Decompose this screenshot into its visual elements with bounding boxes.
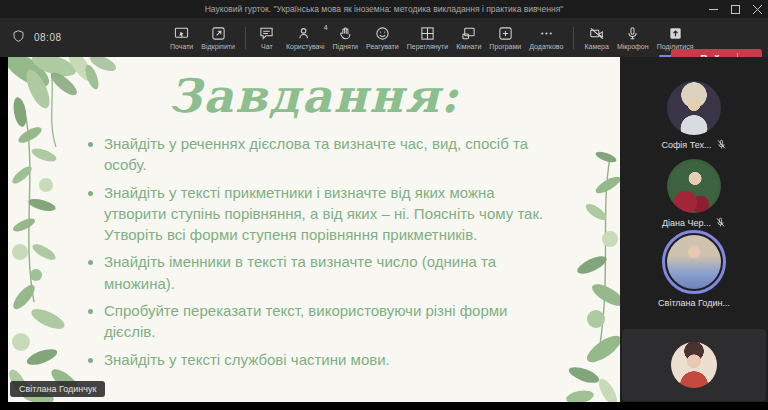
meeting-info: 08:08 bbox=[12, 18, 62, 57]
toolbar-divider bbox=[245, 27, 246, 49]
participant-name: Світлана Годин... bbox=[658, 298, 730, 308]
raise-hand-label: Підняти bbox=[333, 43, 358, 50]
slide-bullet-list: Знайдіть у реченнях дієслова та визначте… bbox=[104, 133, 558, 370]
window-title: Науковий гурток. "Українська мова як іно… bbox=[205, 4, 564, 14]
start-label: Почати bbox=[170, 43, 193, 50]
camera-label: Камера bbox=[584, 43, 608, 50]
microphone-label: Мікрофон bbox=[617, 43, 649, 50]
participants-count-badge: 4 bbox=[324, 24, 328, 31]
participant-tile-speaking[interactable]: Світлана Годин... bbox=[620, 230, 768, 308]
meeting-timer: 08:08 bbox=[34, 32, 62, 43]
toolbar-divider bbox=[573, 27, 574, 49]
start-button[interactable]: Почати bbox=[166, 18, 197, 57]
view-button[interactable]: Переглянути bbox=[403, 18, 452, 57]
avatar bbox=[667, 159, 721, 213]
people-button[interactable]: 4 Користувачі bbox=[282, 18, 329, 57]
participant-tile[interactable]: Діана Чер... bbox=[620, 159, 768, 228]
presenter-name-badge: Світлана Годинчук bbox=[10, 381, 105, 397]
meeting-toolbar: 08:08 Почати Відкріпити bbox=[0, 18, 768, 57]
close-icon[interactable] bbox=[746, 0, 768, 18]
shield-icon[interactable] bbox=[12, 29, 25, 47]
raise-hand-button[interactable]: Підняти bbox=[329, 18, 362, 57]
bullet-item: Знайдіть іменники в тексті та визначте ч… bbox=[104, 251, 558, 294]
apps-button[interactable]: Програми bbox=[485, 18, 525, 57]
rooms-label: Кімнати bbox=[456, 43, 481, 50]
rooms-button[interactable]: Кімнати bbox=[452, 18, 485, 57]
speaking-indicator-ring bbox=[662, 230, 726, 294]
more-button[interactable]: Додатково bbox=[525, 18, 567, 57]
maximize-icon[interactable] bbox=[724, 0, 746, 18]
mic-off-icon bbox=[716, 139, 727, 150]
view-label: Переглянути bbox=[407, 43, 448, 50]
bullet-item: Спробуйте переказати текст, використовую… bbox=[104, 300, 558, 343]
avatar bbox=[667, 81, 721, 135]
react-button[interactable]: Реагувати bbox=[362, 18, 403, 57]
window-controls bbox=[702, 0, 768, 18]
chat-label: Чат bbox=[261, 43, 273, 50]
minimize-icon[interactable] bbox=[702, 0, 724, 18]
slide-title: Завдання: bbox=[8, 69, 620, 123]
apps-label: Програми bbox=[489, 43, 521, 50]
participants-panel: Софія Тех... Діана Чер... bbox=[620, 57, 768, 402]
chat-button[interactable]: Чат bbox=[252, 18, 282, 57]
microphone-button[interactable]: Мікрофон bbox=[613, 18, 653, 57]
camera-off-button[interactable]: Камера bbox=[580, 18, 612, 57]
more-label: Додатково bbox=[529, 43, 563, 50]
shared-slide: Завдання: Знайдіть у реченнях дієслова т… bbox=[8, 57, 620, 402]
toolbar-buttons: Почати Відкріпити Чат bbox=[166, 18, 697, 57]
unpin-button[interactable]: Відкріпити bbox=[197, 18, 239, 57]
avatar bbox=[671, 342, 717, 388]
participant-name: Софія Тех... bbox=[661, 140, 711, 150]
participant-name: Діана Чер... bbox=[662, 218, 711, 228]
participant-tile[interactable] bbox=[622, 329, 766, 401]
avatar bbox=[667, 235, 721, 289]
bullet-item: Знайдіть у тексті прикметники і визначте… bbox=[104, 182, 558, 246]
title-bar: Науковий гурток. "Українська мова як іно… bbox=[0, 0, 768, 18]
bullet-item: Знайдіть у реченнях дієслова та визначте… bbox=[104, 133, 558, 176]
teams-meeting-window: Науковий гурток. "Українська мова як іно… bbox=[0, 0, 768, 410]
unpin-label: Відкріпити bbox=[201, 43, 235, 50]
mic-off-icon bbox=[715, 217, 726, 228]
people-label: Користувачі bbox=[286, 43, 325, 50]
participant-tile[interactable]: Софія Тех... bbox=[620, 81, 768, 150]
bullet-item: Знайдіть у тексті службові частини мови. bbox=[104, 349, 558, 370]
react-label: Реагувати bbox=[366, 43, 399, 50]
